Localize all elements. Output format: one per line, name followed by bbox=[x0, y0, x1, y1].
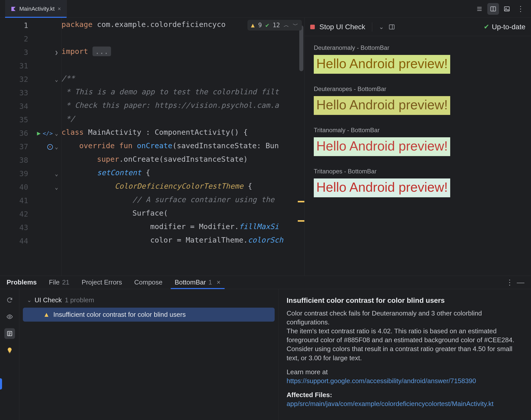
fold-chevron-icon[interactable]: ⌄ bbox=[55, 73, 58, 86]
svg-point-3 bbox=[506, 8, 507, 9]
fold-chevron-icon[interactable]: ⌄ bbox=[55, 140, 58, 154]
preview-render: Hello Android preview! bbox=[314, 178, 450, 197]
left-edge-accent bbox=[0, 378, 2, 389]
preview-label: Deuteranopes - BottomBar bbox=[314, 85, 522, 93]
problem-detail-text: Learn more at bbox=[287, 368, 328, 376]
close-tab-icon[interactable]: × bbox=[217, 278, 221, 286]
warning-stripe-icon[interactable] bbox=[298, 201, 304, 202]
preview-render: Hello Android preview! bbox=[314, 55, 450, 74]
code-token: fillMaxSi bbox=[239, 222, 279, 231]
preview-status: Up-to-date bbox=[492, 23, 525, 31]
line-number: 32 bbox=[19, 75, 28, 84]
learn-more-link[interactable]: https://support.google.com/accessibility… bbox=[287, 377, 476, 385]
warning-stripe-icon[interactable] bbox=[298, 220, 304, 222]
code-token: (savedInstanceState: Bun bbox=[173, 141, 279, 150]
svg-point-6 bbox=[9, 316, 10, 318]
check-icon: ✔ bbox=[484, 23, 489, 31]
line-number: 31 bbox=[19, 62, 28, 70]
code-token: ColorDeficiencyColorTestTheme bbox=[115, 182, 243, 190]
preview-item[interactable]: Deuteranopes - BottomBar Hello Android p… bbox=[314, 85, 522, 115]
run-gutter-icon[interactable]: ▶ bbox=[37, 127, 41, 140]
warning-icon: ▲ bbox=[251, 22, 255, 29]
problems-tree[interactable]: ⌄ UI Check 1 problem ▲ Insufficient colo… bbox=[19, 289, 278, 420]
stop-icon[interactable] bbox=[310, 25, 315, 29]
line-number: 39 bbox=[19, 169, 28, 178]
code-token: onCreate bbox=[137, 141, 173, 150]
prev-highlight-icon[interactable]: ︿ bbox=[284, 21, 289, 29]
line-number: 40 bbox=[19, 183, 28, 191]
preview-item[interactable]: Tritanomaly - BottomBar Hello Android pr… bbox=[314, 127, 522, 156]
fold-chevron-icon[interactable]: ⌄ bbox=[55, 127, 58, 140]
problems-tab-compose[interactable]: Compose bbox=[128, 276, 168, 289]
preview-label: Deuteranomaly - BottomBar bbox=[314, 44, 522, 51]
problems-tab-project-errors[interactable]: Project Errors bbox=[75, 276, 128, 289]
code-token: Surface( bbox=[132, 209, 168, 217]
problems-panel: Problems File 21 Project Errors Compose … bbox=[0, 276, 531, 420]
fold-chevron-icon[interactable]: ❯ bbox=[55, 46, 58, 59]
preview-render: Hello Android preview! bbox=[314, 96, 450, 115]
intention-bulb-icon[interactable] bbox=[4, 345, 15, 356]
problems-more-icon[interactable]: ⋮ bbox=[506, 278, 513, 287]
preview-label: Tritanomaly - BottomBar bbox=[314, 127, 522, 134]
close-tab-icon[interactable]: × bbox=[58, 6, 61, 12]
code-token: package bbox=[61, 20, 92, 29]
override-gutter-icon[interactable]: ↑ bbox=[47, 144, 53, 150]
preview-dropdown-icon[interactable]: ⌄ bbox=[379, 23, 384, 31]
tabbar-right-tools: ⋮ bbox=[474, 0, 531, 18]
problems-tab-bottombar[interactable]: BottomBar 1 × bbox=[169, 276, 227, 289]
fold-chevron-icon[interactable]: ⌄ bbox=[55, 181, 58, 194]
svg-rect-4 bbox=[389, 25, 394, 29]
preview-layout-icon[interactable] bbox=[388, 24, 395, 30]
eye-icon[interactable] bbox=[4, 311, 15, 322]
line-number: 35 bbox=[19, 115, 28, 124]
editor-tabbar: MainActivity.kt × ⋮ bbox=[0, 0, 531, 18]
code-token: color = MaterialTheme. bbox=[150, 236, 248, 244]
problems-title: Problems bbox=[7, 276, 43, 289]
code-token: // A surface container using the bbox=[132, 195, 279, 204]
line-number: 42 bbox=[19, 210, 28, 218]
preview-item[interactable]: Deuteranomaly - BottomBar Hello Android … bbox=[314, 44, 522, 74]
file-tab-mainactivity[interactable]: MainActivity.kt × bbox=[5, 0, 67, 18]
line-number: 38 bbox=[19, 156, 28, 164]
editor-scrollbar[interactable] bbox=[299, 25, 303, 71]
fold-chevron-icon[interactable]: ⌄ bbox=[55, 167, 58, 181]
view-mode-code-icon[interactable] bbox=[474, 3, 485, 15]
problems-tabbar: Problems File 21 Project Errors Compose … bbox=[0, 276, 531, 289]
file-tab-label: MainActivity.kt bbox=[19, 6, 55, 12]
typo-check-icon: ✔︎ bbox=[266, 22, 269, 29]
preview-item[interactable]: Tritanopes - BottomBar Hello Android pre… bbox=[314, 168, 522, 197]
problem-detail-text: The item's text contrast ratio is 4.02. … bbox=[287, 327, 514, 362]
problems-tab-file[interactable]: File 21 bbox=[43, 276, 76, 289]
code-area[interactable]: package com.example.colordeficiencyco im… bbox=[61, 18, 304, 276]
preview-label: Tritanopes - BottomBar bbox=[314, 168, 522, 175]
line-number: 1 bbox=[24, 21, 28, 30]
line-number: 33 bbox=[19, 88, 28, 97]
code-token: com.example.colordeficiencyco bbox=[92, 20, 226, 29]
inspection-summary[interactable]: ▲ 9 ✔︎ 12 ︿ ﹀ bbox=[247, 20, 302, 31]
view-mode-design-icon[interactable] bbox=[501, 3, 513, 15]
code-token: * This is a demo app to test the colorbl… bbox=[61, 87, 279, 96]
code-token: { bbox=[141, 168, 150, 177]
code-fold-icon[interactable]: ... bbox=[92, 47, 111, 56]
problem-item-contrast[interactable]: ▲ Insufficient color contrast for color … bbox=[23, 308, 275, 322]
refresh-icon[interactable] bbox=[4, 295, 15, 305]
editor-gutter: 1 2 3 ❯ 31 32 ⌄ 33 34 35 36 ▶ </> ⌄ 37 ↑ bbox=[0, 18, 61, 276]
preview-body[interactable]: Deuteranomaly - BottomBar Hello Android … bbox=[305, 36, 531, 276]
tabbar-more-icon[interactable]: ⋮ bbox=[515, 3, 526, 15]
compose-preview-pane: Stop UI Check ⌄ ✔ Up-to-date Deuteranoma… bbox=[304, 18, 531, 276]
line-number: 2 bbox=[24, 35, 28, 43]
line-number: 34 bbox=[19, 102, 28, 111]
stop-ui-check-button[interactable]: Stop UI Check bbox=[319, 23, 365, 31]
next-highlight-icon[interactable]: ﹀ bbox=[293, 21, 298, 29]
problems-minimize-icon[interactable]: — bbox=[517, 278, 524, 287]
view-mode-split-icon[interactable] bbox=[487, 3, 499, 15]
details-view-icon[interactable] bbox=[4, 328, 15, 339]
code-token: MainActivity : ComponentActivity() { bbox=[84, 128, 248, 137]
code-editor[interactable]: 1 2 3 ❯ 31 32 ⌄ 33 34 35 36 ▶ </> ⌄ 37 ↑ bbox=[0, 18, 304, 276]
affected-file-link[interactable]: app/src/main/java/com/example/colordefic… bbox=[287, 400, 494, 408]
tree-group-ui-check[interactable]: ⌄ UI Check 1 problem bbox=[23, 294, 275, 306]
expand-chevron-icon[interactable]: ⌄ bbox=[27, 297, 32, 304]
code-token: .onCreate(savedInstanceState) bbox=[119, 155, 248, 163]
line-number: 44 bbox=[19, 237, 28, 245]
code-token: modifier = Modifier. bbox=[150, 222, 239, 231]
